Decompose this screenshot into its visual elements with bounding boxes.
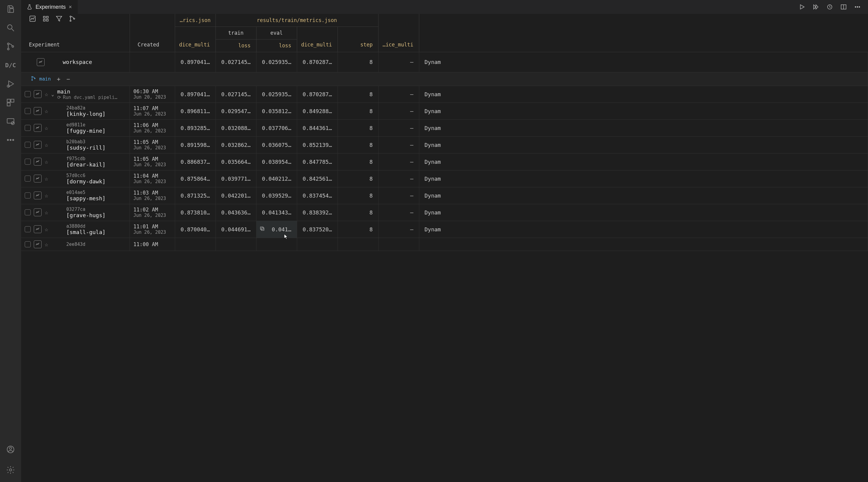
columns-icon[interactable]: [42, 15, 50, 24]
col-loss-train[interactable]: loss: [239, 42, 251, 49]
run-debug-icon[interactable]: [4, 78, 17, 90]
star-icon[interactable]: ☆: [44, 226, 48, 233]
plot-button[interactable]: [34, 107, 41, 115]
plot-button[interactable]: [34, 90, 41, 98]
experiment-row[interactable]: ☆ a3880dd [small-gula] 11:01 AMJun 26, 2…: [21, 221, 868, 238]
extensions-icon[interactable]: [4, 96, 17, 109]
plot-button[interactable]: [34, 124, 41, 132]
col-ice-multi[interactable]: …ice_multi: [382, 41, 413, 48]
svg-point-27: [857, 7, 858, 7]
plot-button[interactable]: [34, 192, 41, 199]
row-checkbox[interactable]: [25, 241, 31, 247]
remove-branch-icon[interactable]: −: [67, 76, 70, 83]
svg-point-26: [855, 7, 856, 7]
exp-hash: 03277ca: [66, 207, 105, 212]
cell-loss-e: 0.036075…: [256, 136, 297, 153]
row-checkbox[interactable]: [25, 209, 31, 215]
plot-button[interactable]: [34, 240, 41, 248]
run-all-icon[interactable]: [812, 4, 819, 10]
experiment-row[interactable]: ☆ 57d0cc6 [dormy-dawk] 11:04 AMJun 26, 2…: [21, 170, 868, 187]
row-checkbox[interactable]: [25, 175, 31, 181]
row-checkbox[interactable]: [25, 142, 31, 148]
star-icon[interactable]: ☆: [44, 141, 48, 148]
source-control-icon[interactable]: [4, 40, 17, 53]
star-icon[interactable]: ☆: [44, 192, 48, 199]
star-icon[interactable]: ☆: [44, 209, 48, 216]
plot-button[interactable]: [34, 141, 41, 149]
search-icon[interactable]: [4, 22, 17, 34]
workspace-row[interactable]: workspace 0.897041… 0.027145… 0.025935… …: [21, 52, 868, 72]
created-time: 11:05 AM: [133, 156, 171, 162]
run-icon[interactable]: [799, 4, 805, 10]
experiment-row[interactable]: ☆ e014ae5 [sappy-mesh] 11:03 AMJun 26, 2…: [21, 187, 868, 204]
svg-marker-22: [816, 5, 818, 9]
cell-last: Dynam: [419, 153, 868, 170]
remote-icon[interactable]: [4, 115, 17, 127]
col-dice-2[interactable]: dice_multi: [301, 41, 332, 48]
col-dice-1[interactable]: dice_multi: [179, 41, 210, 48]
close-icon[interactable]: ×: [69, 4, 72, 10]
star-icon[interactable]: ☆: [44, 241, 48, 248]
experiment-row[interactable]: ☆ 2ee843d 11:00 AM: [21, 238, 868, 251]
metrics-group-1[interactable]: …rics.json: [175, 14, 216, 27]
col-loss-eval[interactable]: loss: [279, 42, 291, 49]
chevron-down-icon[interactable]: ⌄: [51, 91, 54, 97]
row-checkbox[interactable]: [25, 193, 31, 198]
star-icon[interactable]: ☆: [44, 90, 48, 98]
metrics-group-2[interactable]: results/train/metrics.json: [216, 14, 378, 27]
experiment-row[interactable]: ☆ ed9811e [fuggy-mine] 11:06 AMJun 26, 2…: [21, 119, 868, 136]
experiment-row-main[interactable]: ☆ ⌄ main ⟳Run dvc.yaml pipeli… 06:30 AMJ…: [21, 86, 868, 103]
cell-loss-e: 0.038954…: [256, 153, 297, 170]
sub-train[interactable]: train: [216, 27, 256, 39]
branch-row[interactable]: main + −: [21, 72, 868, 86]
row-checkbox[interactable]: [25, 91, 31, 97]
cell-dash: –: [378, 119, 419, 136]
plot-button[interactable]: [34, 175, 41, 182]
add-branch-icon[interactable]: +: [57, 76, 61, 83]
experiment-row[interactable]: ☆ b20bab3 [sudsy-rill] 11:05 AMJun 26, 2…: [21, 136, 868, 153]
sort-branch-icon[interactable]: [69, 15, 76, 24]
filter-icon[interactable]: [56, 15, 63, 24]
row-checkbox[interactable]: [25, 159, 31, 165]
row-checkbox[interactable]: [25, 226, 31, 232]
more-icon[interactable]: [4, 134, 17, 146]
plot-button[interactable]: [37, 58, 44, 66]
experiment-row[interactable]: ☆ f975cdb [drear-kail] 11:05 AMJun 26, 2…: [21, 153, 868, 170]
created-time: 11:03 AM: [133, 190, 171, 196]
row-checkbox[interactable]: [25, 125, 31, 131]
col-step[interactable]: step: [361, 41, 373, 48]
col-created[interactable]: Created: [138, 41, 159, 48]
plot-button[interactable]: [34, 158, 41, 166]
svg-point-4: [7, 48, 9, 50]
explorer-icon[interactable]: [4, 3, 17, 15]
star-icon[interactable]: ☆: [44, 158, 48, 165]
split-icon[interactable]: [840, 4, 847, 10]
copy-icon[interactable]: [259, 226, 265, 232]
more-actions-icon[interactable]: [854, 4, 861, 10]
settings-gear-icon[interactable]: [4, 464, 17, 476]
experiment-row[interactable]: ☆ 24ba82a [kinky-long] 11:07 AMJun 26, 2…: [21, 103, 868, 119]
reload-icon[interactable]: [827, 4, 833, 10]
plot-button[interactable]: [34, 225, 41, 233]
star-icon[interactable]: ☆: [44, 124, 48, 132]
created-date: Jun 26, 2023: [133, 230, 171, 235]
cell-dice2: 0.838392…: [297, 204, 338, 221]
star-icon[interactable]: ☆: [44, 175, 48, 182]
exp-hash: b20bab3: [66, 139, 105, 144]
tab-experiments[interactable]: Experiments ×: [21, 0, 78, 14]
star-icon[interactable]: ☆: [44, 107, 48, 115]
col-experiment[interactable]: Experiment: [29, 41, 60, 48]
row-checkbox[interactable]: [25, 108, 31, 114]
plot-button[interactable]: [34, 208, 41, 216]
dvc-icon[interactable]: D/C: [4, 59, 17, 71]
experiment-row[interactable]: ☆ 03277ca [grave-hugs] 11:02 AMJun 26, 2…: [21, 204, 868, 221]
exp-hash: f975cdb: [66, 156, 105, 161]
sub-eval[interactable]: eval: [256, 27, 297, 39]
account-icon[interactable]: [4, 444, 17, 455]
plots-icon[interactable]: [29, 15, 36, 24]
created-date: Jun 26, 2023: [133, 128, 171, 134]
svg-point-38: [32, 76, 33, 77]
exp-name: [dormy-dawk]: [66, 178, 105, 185]
cell-loss-e-hover[interactable]: 0.041…: [256, 221, 297, 238]
tab-bar: Experiments ×: [21, 0, 868, 14]
